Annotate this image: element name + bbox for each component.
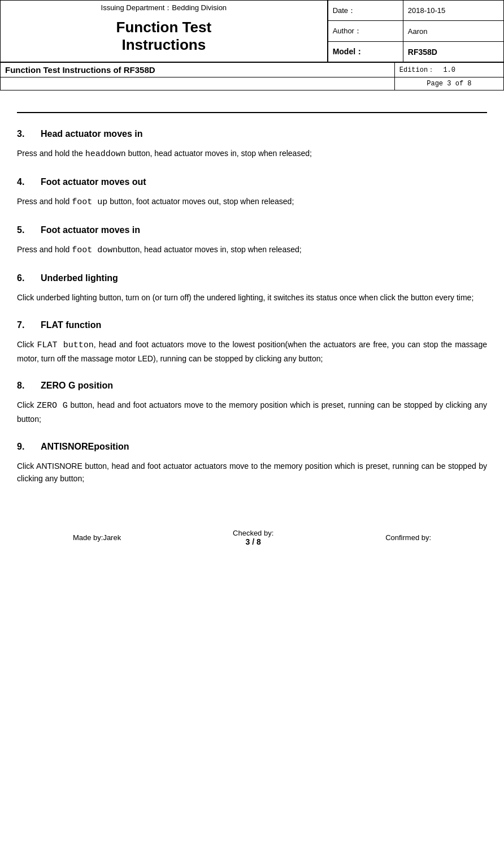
section-3-title: Head actuator moves in <box>41 129 143 139</box>
section-4-num: 4. <box>17 177 34 187</box>
issuing-dept-label: Issuing Department： <box>101 3 172 12</box>
section-7-title: FLAT function <box>41 320 101 330</box>
section-9-heading: 9. ANTISNOREposition <box>17 442 487 452</box>
issuing-dept: Issuing Department：Bedding Division <box>5 3 323 13</box>
section-8-num: 8. <box>17 381 34 391</box>
section-8-heading: 8. ZERO G position <box>17 381 487 391</box>
foot-down-code: foot down <box>72 245 118 255</box>
headdown-code: headdown <box>85 149 126 159</box>
section-6-num: 6. <box>17 273 34 283</box>
confirmed-by-label: Confirmed by: <box>385 533 431 542</box>
issuing-dept-value: Bedding Division <box>172 3 227 12</box>
section-3-heading: 3. Head actuator moves in <box>17 129 487 139</box>
foot-up-code: foot up <box>72 197 107 207</box>
section-3-num: 3. <box>17 129 34 139</box>
section-9-title: ANTISNOREposition <box>41 442 129 452</box>
edition-value: 1.0 <box>443 66 455 74</box>
author-value: Aaron <box>408 27 428 36</box>
section-3-body: Press and hold the headdown button, head… <box>17 147 487 161</box>
top-divider <box>17 112 487 113</box>
section-7-body: Click FLAT button, head and foot actuato… <box>17 338 487 365</box>
zero-g-code: ZERO G <box>37 401 68 411</box>
section-5-heading: 5. Foot actuator moves in <box>17 225 487 235</box>
main-title-line2: Instructions <box>121 36 206 53</box>
footer: Made by:Jarek Checked by: 3 / 8 Confirme… <box>0 523 504 552</box>
section-6-heading: 6. Underbed lighting <box>17 273 487 283</box>
page-number: 3 / 8 <box>246 537 261 546</box>
section-5-num: 5. <box>17 225 34 235</box>
checked-by: Checked by: 3 / 8 <box>233 529 273 546</box>
section-7-heading: 7. FLAT function <box>17 320 487 330</box>
main-title: Function Test Instructions <box>5 13 323 59</box>
section-9-body: Click ANTISNORE button, head and foot ac… <box>17 460 487 485</box>
header-table: Issuing Department：Bedding Division Func… <box>0 0 504 62</box>
model-value: RF358D <box>408 48 437 57</box>
subheader-title: Function Test Instructions of RF358D <box>5 65 155 75</box>
page-of: Page 3 of 8 <box>427 80 471 88</box>
checked-by-label: Checked by: <box>233 529 273 537</box>
section-4-body: Press and hold foot up button, foot actu… <box>17 195 487 209</box>
section-6-title: Underbed lighting <box>41 273 118 283</box>
date-label: Date： <box>333 6 355 15</box>
content-area: 3. Head actuator moves in Press and hold… <box>0 102 504 501</box>
edition-label: Edition： <box>399 66 435 74</box>
section-8-title: ZERO G position <box>41 381 113 391</box>
section-4-heading: 4. Foot actuator moves out <box>17 177 487 187</box>
model-label: Model： <box>333 47 363 56</box>
section-5-body: Press and hold foot downbutton, head act… <box>17 243 487 257</box>
section-9-num: 9. <box>17 442 34 452</box>
flat-button-code: FLAT button <box>37 340 93 350</box>
made-by-label: Made by:Jarek <box>73 533 121 542</box>
section-5-title: Foot actuator moves in <box>41 225 140 235</box>
date-value: 2018-10-15 <box>408 6 446 15</box>
made-by: Made by:Jarek <box>73 533 121 542</box>
subheader-table: Function Test Instructions of RF358D Edi… <box>0 62 504 90</box>
author-label: Author： <box>333 27 362 35</box>
section-4-title: Foot actuator moves out <box>41 177 146 187</box>
confirmed-by: Confirmed by: <box>385 533 431 542</box>
section-6-body: Click underbed lighting button, turn on … <box>17 291 487 304</box>
section-8-body: Click ZERO G button, head and foot actua… <box>17 399 487 425</box>
section-7-num: 7. <box>17 320 34 330</box>
main-title-line1: Function Test <box>116 19 212 36</box>
